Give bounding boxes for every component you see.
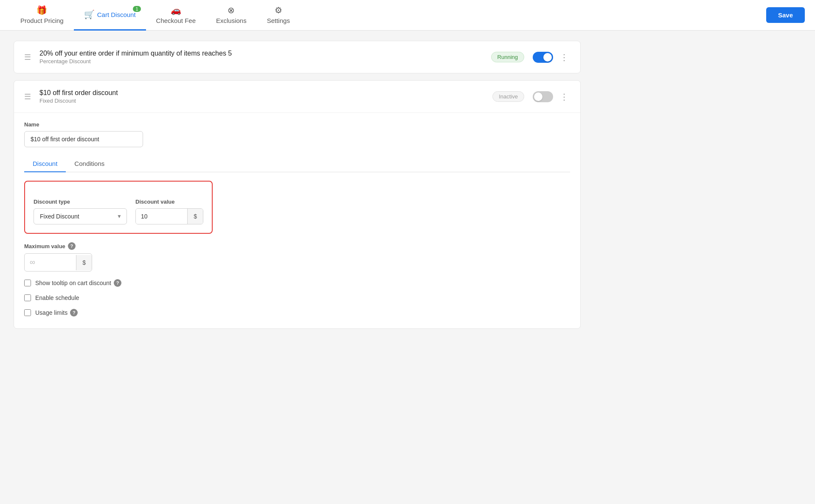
discount-value-input[interactable] (136, 209, 187, 224)
tab-settings[interactable]: ⚙ Settings (257, 0, 300, 31)
rule-title-1: 20% off your entire order if minimum qua… (39, 50, 483, 57)
tooltip-checkbox-row: Show tooltip on cart discount ? (24, 279, 570, 287)
schedule-label: Enable schedule (35, 294, 79, 301)
rule-actions-1: ⋮ (533, 50, 570, 64)
tab-conditions[interactable]: Conditions (66, 156, 113, 172)
inner-tabs: Discount Conditions (24, 156, 570, 172)
schedule-checkbox[interactable] (24, 294, 31, 301)
rule-info-1: 20% off your entire order if minimum qua… (39, 50, 483, 64)
discount-value-suffix: $ (187, 209, 203, 224)
rule-badge-2: Inactive (492, 91, 524, 102)
max-value-input-wrap: ∞ $ (24, 253, 92, 272)
rule-actions-2: ⋮ (533, 90, 570, 104)
toggle-slider-1[interactable] (533, 52, 553, 63)
name-input[interactable] (24, 131, 143, 147)
rule-card-1: ☰ 20% off your entire order if minimum q… (14, 41, 581, 73)
usage-label: Usage limits ? (35, 309, 78, 316)
rule-toggle-2[interactable] (533, 91, 553, 102)
tooltip-help-icon[interactable]: ? (114, 279, 121, 287)
save-button[interactable]: Save (766, 7, 805, 23)
discount-type-select[interactable]: Fixed Discount Percentage Discount Fixed… (34, 208, 127, 224)
settings-icon: ⚙ (275, 5, 282, 15)
tab-checkout-fee-label: Checkout Fee (156, 17, 196, 24)
rule-info-2: $10 off first order discount Fixed Disco… (39, 89, 484, 104)
expanded-section: Name Discount Conditions Discount type F… (14, 112, 580, 328)
name-field-label: Name (24, 121, 570, 128)
usage-checkbox-row: Usage limits ? (24, 309, 570, 316)
discount-type-group: Discount type Fixed Discount Percentage … (34, 190, 127, 224)
rule-row-2: ☰ $10 off first order discount Fixed Dis… (14, 81, 580, 112)
max-value-infinity: ∞ (25, 254, 76, 271)
car-icon: 🚗 (171, 5, 181, 15)
rule-title-2: $10 off first order discount (39, 89, 484, 97)
more-menu-button-1[interactable]: ⋮ (558, 50, 570, 64)
tab-cart-discount[interactable]: 🛒 Cart Discount 1 (74, 0, 146, 31)
rule-card-2: ☰ $10 off first order discount Fixed Dis… (14, 80, 581, 329)
discount-value-input-wrap: $ (135, 208, 203, 224)
tooltip-checkbox[interactable] (24, 280, 31, 286)
toggle-slider-2[interactable] (533, 91, 553, 102)
rule-subtitle-1: Percentage Discount (39, 58, 483, 64)
top-navigation: 🎁 Product Pricing 🛒 Cart Discount 1 🚗 Ch… (0, 0, 815, 31)
exclusion-icon: ⊗ (228, 5, 235, 15)
cart-icon: 🛒 (84, 9, 95, 20)
discount-value-label: Discount value (135, 199, 203, 205)
tab-product-pricing-label: Product Pricing (20, 17, 64, 24)
tab-checkout-fee[interactable]: 🚗 Checkout Fee (146, 0, 206, 31)
rule-badge-1: Running (491, 52, 524, 62)
tab-discount[interactable]: Discount (24, 156, 66, 172)
nav-tabs: 🎁 Product Pricing 🛒 Cart Discount 1 🚗 Ch… (10, 0, 766, 31)
rule-toggle-1[interactable] (533, 52, 553, 63)
max-value-group: Maximum value ? ∞ $ (24, 242, 570, 272)
usage-help-icon[interactable]: ? (70, 309, 78, 316)
more-menu-button-2[interactable]: ⋮ (558, 90, 570, 104)
tab-product-pricing[interactable]: 🎁 Product Pricing (10, 0, 74, 31)
schedule-checkbox-row: Enable schedule (24, 294, 570, 301)
usage-checkbox[interactable] (24, 309, 31, 316)
cart-discount-badge: 1 (133, 6, 141, 12)
rule-subtitle-2: Fixed Discount (39, 98, 484, 104)
main-content: ☰ 20% off your entire order if minimum q… (0, 31, 594, 346)
drag-handle-2[interactable]: ☰ (24, 92, 31, 101)
drag-handle-1[interactable]: ☰ (24, 53, 31, 62)
tab-exclusions[interactable]: ⊗ Exclusions (206, 0, 257, 31)
discount-type-label: Discount type (34, 199, 127, 205)
rule-row-1: ☰ 20% off your entire order if minimum q… (14, 41, 580, 73)
gift-icon: 🎁 (37, 5, 47, 15)
discount-value-group: Discount value $ (135, 190, 203, 224)
discount-fields-box: Discount type Fixed Discount Percentage … (24, 181, 213, 234)
tab-exclusions-label: Exclusions (216, 17, 247, 24)
max-value-suffix: $ (76, 255, 92, 270)
max-value-help-icon[interactable]: ? (68, 242, 76, 250)
discount-type-select-wrap: Fixed Discount Percentage Discount Fixed… (34, 208, 127, 224)
max-value-label: Maximum value ? (24, 242, 570, 250)
tab-settings-label: Settings (267, 17, 290, 24)
tab-cart-discount-label: Cart Discount (97, 11, 136, 18)
tooltip-label: Show tooltip on cart discount ? (35, 279, 121, 287)
